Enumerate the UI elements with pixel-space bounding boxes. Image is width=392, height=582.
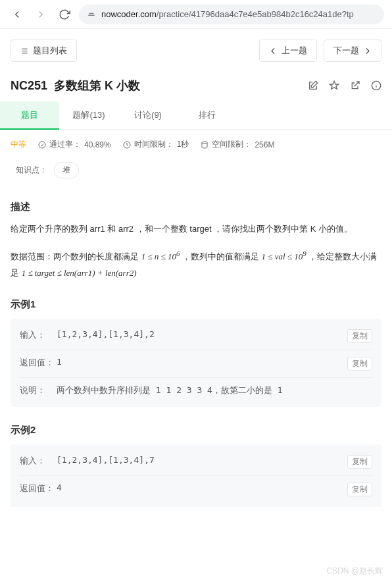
meta-row: 中等 通过率：40.89% 时间限制：1秒 空间限制：256M	[0, 130, 392, 159]
back-icon[interactable]	[8, 5, 26, 24]
info-icon[interactable]	[371, 80, 381, 91]
ex2-output-value: 4	[57, 483, 347, 492]
problem-list-label: 题目列表	[33, 45, 67, 57]
ex1-output-row: 返回值： 1 复制	[20, 350, 372, 373]
knowledge-row: 知识点： 堆	[0, 159, 392, 189]
example1-block: 输入： [1,2,3,4],[1,3,4],2 复制 返回值： 1 复制 说明：…	[11, 319, 381, 407]
pass-rate: 通过率：40.89%	[38, 139, 111, 150]
chevron-left-icon	[269, 47, 278, 55]
ex2-output-row: 返回值： 4 复制	[20, 475, 372, 499]
ex2-input-row: 输入： [1,2,3,4],[1,3,4],7 复制	[20, 452, 372, 471]
description-section: 描述 给定两个升序的数列 arr1 和 arr2 ，和一个整数 target ，…	[0, 189, 392, 286]
next-problem-button[interactable]: 下一题	[324, 40, 381, 62]
knowledge-tag[interactable]: 堆	[54, 162, 79, 178]
ex1-input-row: 输入： [1,2,3,4],[1,3,4],2 复制	[20, 327, 372, 346]
browser-toolbar: nowcoder.com/practice/41796daa4c7e4e5ab9…	[0, 0, 392, 29]
site-settings-icon	[87, 10, 96, 19]
copy-button[interactable]: 复制	[347, 483, 372, 496]
example1-section: 示例1 输入： [1,2,3,4],[1,3,4],2 复制 返回值： 1 复制…	[0, 286, 392, 412]
problem-title: NC251 多数组第 K 小数	[11, 78, 140, 93]
list-icon	[20, 47, 29, 55]
tabs: 题目 题解(13) 讨论(9) 排行	[0, 101, 392, 130]
reload-icon[interactable]	[55, 5, 74, 24]
example2-heading: 示例2	[11, 424, 381, 436]
forward-icon[interactable]	[32, 5, 50, 24]
description-p1: 给定两个升序的数列 arr1 和 arr2 ，和一个整数 target ，请你找…	[11, 221, 381, 238]
next-label: 下一题	[333, 45, 359, 57]
prev-label: 上一题	[282, 45, 307, 57]
ex1-explain-value: 两个数列中数升序排列是 1 1 2 3 3 4，故第二小的是 1	[57, 384, 372, 396]
tab-problem[interactable]: 题目	[0, 101, 59, 129]
svg-point-1	[39, 142, 45, 148]
database-icon	[201, 141, 208, 149]
star-icon[interactable]	[329, 80, 339, 91]
ex1-output-value: 1	[57, 357, 347, 367]
clock-icon	[123, 141, 131, 149]
edit-icon[interactable]	[308, 80, 318, 91]
url-bar[interactable]: nowcoder.com/practice/41796daa4c7e4e5ab9…	[79, 5, 384, 24]
difficulty-badge: 中等	[11, 139, 26, 150]
watermark: CSDN @赵长辉	[326, 566, 383, 577]
copy-button[interactable]: 复制	[347, 455, 372, 469]
example2-block: 输入： [1,2,3,4],[1,3,4],7 复制 返回值： 4 复制	[11, 444, 381, 507]
ex2-input-value: [1,2,3,4],[1,3,4],7	[57, 455, 347, 465]
tab-discuss[interactable]: 讨论(9)	[118, 101, 178, 129]
example1-heading: 示例1	[11, 298, 381, 311]
top-button-row: 题目列表 上一题 下一题	[0, 29, 392, 65]
svg-point-3	[202, 142, 207, 144]
prev-problem-button[interactable]: 上一题	[259, 40, 317, 62]
description-heading: 描述	[11, 201, 381, 213]
example2-section: 示例2 输入： [1,2,3,4],[1,3,4],7 复制 返回值： 4 复制	[0, 412, 392, 512]
problem-list-button[interactable]: 题目列表	[11, 40, 77, 62]
description-p2: 数据范围：两个数列的长度都满足 1 ≤ n ≤ 106 ，数列中的值都满足 1 …	[11, 247, 381, 282]
external-link-icon[interactable]	[350, 80, 360, 91]
title-row: NC251 多数组第 K 小数	[0, 65, 392, 101]
check-circle-icon	[38, 141, 46, 149]
copy-button[interactable]: 复制	[347, 357, 372, 371]
tab-solutions[interactable]: 题解(13)	[59, 101, 118, 129]
url-text: nowcoder.com/practice/41796daa4c7e4e5ab9…	[101, 9, 354, 19]
ex1-explain-row: 说明： 两个数列中数升序排列是 1 1 2 3 3 4，故第二小的是 1	[20, 377, 372, 399]
tab-ranking[interactable]: 排行	[178, 101, 237, 129]
chevron-right-icon	[363, 47, 372, 55]
space-limit: 空间限制：256M	[201, 139, 274, 150]
copy-button[interactable]: 复制	[347, 329, 372, 343]
knowledge-label: 知识点：	[16, 165, 47, 176]
ex1-input-value: [1,2,3,4],[1,3,4],2	[57, 329, 347, 339]
time-limit: 时间限制：1秒	[123, 139, 189, 150]
